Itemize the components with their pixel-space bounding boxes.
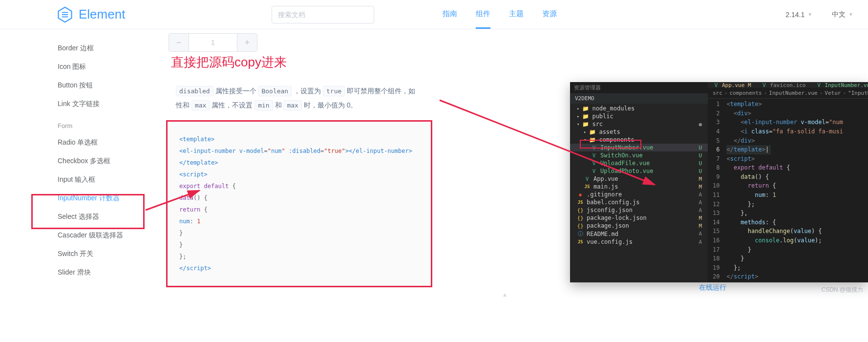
search-input[interactable] xyxy=(272,6,374,23)
folder-icon: 📁 xyxy=(582,106,589,112)
online-run-link[interactable]: 在线运行 xyxy=(699,283,726,292)
file-tree-item[interactable]: ▸📁assets xyxy=(570,128,708,136)
version-dropdown[interactable]: 2.14.1 ▼ xyxy=(785,10,812,19)
code-line: methods: { xyxy=(726,218,843,227)
vue-icon: V xyxy=(761,82,768,88)
nav-item[interactable]: 组件 xyxy=(476,0,490,29)
code-line: data() { xyxy=(179,192,419,204)
editor-tab[interactable]: VInputNumber.vue U xyxy=(810,82,868,88)
vscode-code-area[interactable]: 1234567891011121314151617181920 <templat… xyxy=(708,99,868,282)
file-tree-item[interactable]: VSwitchOn.vueU xyxy=(570,151,708,159)
code-tag-min: min xyxy=(254,100,273,110)
sidebar-item[interactable]: InputNumber 计数器 xyxy=(58,189,142,208)
sidebar-item[interactable]: Link 文字链接 xyxy=(58,95,142,113)
vscode-breadcrumb[interactable]: src›components›InputNumber.vue›Vetur›"In… xyxy=(708,88,868,99)
sidebar-item[interactable]: Input 输入框 xyxy=(58,171,142,189)
code-line: console.log(value); xyxy=(726,236,843,245)
sidebar-item[interactable]: Slider 滑块 xyxy=(58,263,142,282)
code-line: <template> xyxy=(726,100,843,109)
code-line: }; xyxy=(726,200,843,209)
nav-item[interactable]: 主题 xyxy=(509,0,524,29)
file-tree-item[interactable]: ⓘREADME.mdA xyxy=(570,230,708,238)
element-logo-icon xyxy=(56,6,74,23)
folder-icon: 📁 xyxy=(589,137,596,143)
code-line: num: 1 xyxy=(726,191,843,200)
nav-item[interactable]: 指南 xyxy=(443,0,457,29)
code-line: } xyxy=(179,227,419,239)
chevron-down-icon: ▼ xyxy=(848,12,853,17)
code-tag-true: true xyxy=(323,86,345,96)
vue-icon: V xyxy=(815,82,822,88)
code-line: </script> xyxy=(726,272,843,281)
sidebar-item[interactable]: Button 按钮 xyxy=(58,76,142,95)
sidebar-item[interactable]: Cascader 级联选择器 xyxy=(58,226,142,245)
sidebar-item[interactable]: Radio 单选框 xyxy=(58,133,142,152)
code-tag-disabled: disabled xyxy=(176,86,213,96)
file-tree-item[interactable]: JSbabel.config.jsA xyxy=(570,198,708,206)
code-line: </template>| xyxy=(726,145,843,154)
file-tree-item[interactable]: ▸📁node_modules xyxy=(570,105,708,112)
js-icon: JS xyxy=(577,200,584,205)
vscode-code-lines: <template> <div> <el-input-number v-mode… xyxy=(726,99,843,282)
file-tree-item[interactable]: {}package-lock.jsonM xyxy=(570,214,708,222)
vscode-editor: VApp.vue MVfavicon.icoVInputNumber.vue U… xyxy=(708,82,868,282)
file-tree-item[interactable]: VInputNumber.vueU xyxy=(570,144,708,151)
chevron-down-icon: ▼ xyxy=(807,12,812,17)
file-tree-item[interactable]: VApp.vueM xyxy=(570,175,708,183)
file-tree-item[interactable]: VUploadPhoto.vueU xyxy=(570,167,708,175)
brand-logo[interactable]: Element xyxy=(56,6,125,23)
sidebar-item[interactable]: Border 边框 xyxy=(58,39,142,58)
code-line: } xyxy=(726,254,843,263)
vue-icon: V xyxy=(591,168,597,174)
code-line: <script> xyxy=(179,169,419,180)
file-tree-item[interactable]: {}package.jsonM xyxy=(570,222,708,230)
file-tree-item[interactable]: ▸📁public xyxy=(570,112,708,120)
increase-button[interactable]: + xyxy=(237,34,257,51)
code-tag-max2: max xyxy=(283,100,301,110)
json-icon: {} xyxy=(577,207,584,214)
code-line: <el-input-number v-model="num" :disabled… xyxy=(179,145,419,157)
code-line: }, xyxy=(726,209,843,218)
sidebar-item[interactable]: Icon 图标 xyxy=(58,58,142,76)
vscode-explorer: 资源管理器 V2DEMO ▸📁node_modules▸📁public▾📁src… xyxy=(570,82,708,282)
vscode-gutter: 1234567891011121314151617181920 xyxy=(708,99,726,282)
code-line: data() { xyxy=(726,172,843,182)
file-tree-item[interactable]: {}jsconfig.jsonA xyxy=(570,206,708,214)
code-line: </script> xyxy=(179,262,419,274)
collapse-icon[interactable]: ▲ xyxy=(156,291,853,298)
vue-icon: V xyxy=(591,145,597,151)
vscode-tabs: VApp.vue MVfavicon.icoVInputNumber.vue U xyxy=(708,82,868,88)
editor-tab[interactable]: Vfavicon.ico xyxy=(756,82,811,88)
code-tag-max: max xyxy=(191,100,210,110)
code-line: </template> xyxy=(179,157,419,169)
sidebar: Border 边框Icon 图标Button 按钮Link 文字链接FormRa… xyxy=(0,29,142,298)
vscode-project-name[interactable]: V2DEMO xyxy=(570,93,708,104)
header: Element 指南组件主题资源 2.14.1 ▼ 中文 ▼ xyxy=(0,0,868,29)
file-tree-item[interactable]: JSmain.jsM xyxy=(570,183,708,191)
file-tree-item[interactable]: VUploadFile.vueU xyxy=(570,159,708,167)
code-line: export default { xyxy=(179,180,419,192)
code-line: }; xyxy=(726,263,843,273)
file-tree-item[interactable]: ▾📁components xyxy=(570,136,708,144)
language-dropdown[interactable]: 中文 ▼ xyxy=(832,10,853,19)
vue-icon: V xyxy=(591,152,597,159)
code-line: handleChange(value) { xyxy=(726,227,843,236)
sidebar-item[interactable]: Switch 开关 xyxy=(58,245,142,263)
code-line: return { xyxy=(726,181,843,191)
file-tree-item[interactable]: ▾📁src● xyxy=(570,120,708,128)
nav-item[interactable]: 资源 xyxy=(542,0,557,29)
code-line: export default { xyxy=(726,163,843,172)
sidebar-item[interactable]: Checkbox 多选框 xyxy=(58,152,142,171)
code-line: <el-input-number v-model="num xyxy=(726,118,843,127)
editor-tab[interactable]: VApp.vue M xyxy=(708,82,756,88)
counter-value: 1 xyxy=(189,34,237,51)
vue-icon: V xyxy=(713,82,720,88)
brand-name: Element xyxy=(79,7,125,22)
json-icon: {} xyxy=(577,215,584,221)
sidebar-item[interactable]: Select 选择器 xyxy=(58,208,142,226)
file-tree-item[interactable]: JSvue.config.jsA xyxy=(570,238,708,246)
code-tag-boolean: Boolean xyxy=(258,86,292,96)
decrease-button[interactable]: − xyxy=(169,34,189,51)
file-tree-item[interactable]: ◆.gitignoreA xyxy=(570,191,708,198)
js-icon: JS xyxy=(577,239,584,244)
